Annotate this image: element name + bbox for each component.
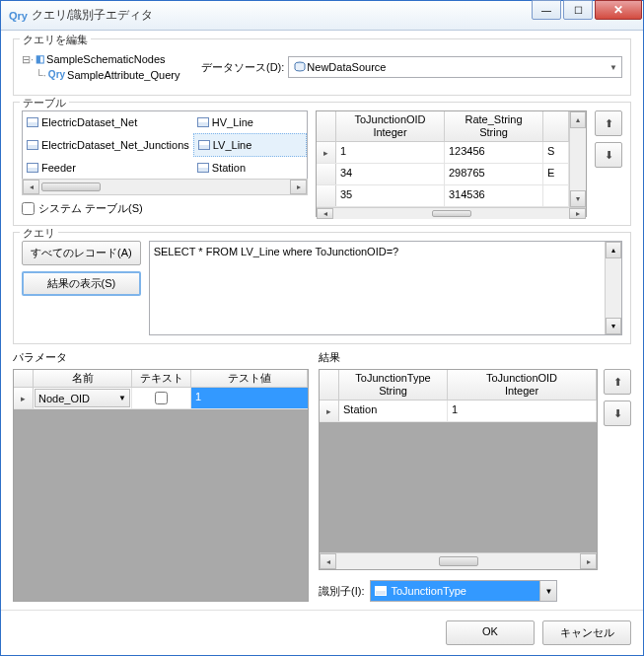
table-icon <box>27 117 38 127</box>
system-tables-checkbox[interactable] <box>22 202 35 215</box>
query-group: クエリ すべてのレコード(A) 結果の表示(S) SELECT * FROM L… <box>13 232 631 344</box>
move-up-button[interactable]: ⬆ <box>595 110 622 136</box>
sql-textarea[interactable]: SELECT * FROM LV_Line where ToJunctionOI… <box>149 241 622 335</box>
sql-text: SELECT * FROM LV_Line where ToJunctionOI… <box>154 246 399 257</box>
result-coltype-1: Integer <box>452 385 592 398</box>
row-selector-icon[interactable]: ▸ <box>320 401 339 421</box>
scroll-thumb[interactable] <box>439 556 478 566</box>
result-label: 結果 <box>319 350 631 365</box>
dialog-footer: OK キャンセル <box>1 610 643 655</box>
table-icon <box>197 117 209 127</box>
scroll-left-button[interactable]: ◂ <box>317 208 333 219</box>
table-row[interactable]: 35314536 <box>317 185 569 207</box>
close-button[interactable]: ✕ <box>595 0 642 20</box>
param-label: パラメータ <box>13 350 309 365</box>
grid-vscrollbar[interactable]: ▴ ▾ <box>569 111 586 207</box>
qry-icon: Qry <box>48 67 65 83</box>
col-header-1[interactable]: Rate_String <box>449 113 538 126</box>
datasource-select[interactable]: NewDataSource ▼ <box>288 56 622 78</box>
query-tree[interactable]: ⊟· ◧ SampleSchematicNodes └· Qry SampleA… <box>22 47 193 87</box>
titlebar: Qry クエリ/識別子エディタ — ☐ ✕ <box>1 1 643 31</box>
move-down-button[interactable]: ⬇ <box>595 142 622 168</box>
col-type-1: String <box>449 126 538 139</box>
param-name-select[interactable]: Node_OID ▼ <box>35 389 130 407</box>
query-editor-window: Qry クエリ/識別子エディタ — ☐ ✕ クエリを編集 ⊟· ◧ Sample… <box>0 0 644 656</box>
result-col-0[interactable]: ToJunctionType <box>343 372 443 385</box>
table-row[interactable]: 34298765E <box>317 164 569 185</box>
scroll-right-button[interactable]: ▸ <box>580 553 597 569</box>
param-col-testval[interactable]: テスト値 <box>191 370 308 387</box>
table-item[interactable]: LV_Line <box>193 133 307 157</box>
param-col-text[interactable]: テキスト <box>132 370 191 387</box>
minimize-button[interactable]: — <box>532 0 561 20</box>
dropdown-arrow-icon[interactable]: ▼ <box>539 581 556 601</box>
edit-query-label: クエリを編集 <box>20 33 91 47</box>
table-icon <box>198 140 210 150</box>
schematic-icon: ◧ <box>36 51 44 67</box>
param-text-checkbox[interactable] <box>155 392 168 404</box>
param-col-name[interactable]: 名前 <box>34 370 132 387</box>
move-up-button[interactable]: ⬆ <box>604 369 631 395</box>
system-tables-label: システム テーブル(S) <box>38 201 143 216</box>
scroll-up-button[interactable]: ▴ <box>570 111 586 128</box>
result-grid[interactable]: ToJunctionType String ToJunctionOID Inte… <box>319 369 598 570</box>
move-down-button[interactable]: ⬇ <box>604 401 631 426</box>
table-icon <box>375 586 387 596</box>
all-records-button[interactable]: すべてのレコード(A) <box>22 241 141 265</box>
show-results-button[interactable]: 結果の表示(S) <box>22 271 141 296</box>
scroll-thumb[interactable] <box>432 210 471 217</box>
scroll-down-button[interactable]: ▾ <box>570 190 586 207</box>
tree-root[interactable]: SampleSchematicNodes <box>46 51 165 67</box>
result-cell-1[interactable]: 1 <box>448 401 597 421</box>
table-row[interactable]: ▸1123456S <box>317 142 569 164</box>
datasource-value: NewDataSource <box>307 61 386 73</box>
table-list-scrollbar[interactable]: ◂ ▸ <box>22 179 308 195</box>
table-item[interactable]: ElectricDataset_Net_Junctions <box>23 133 193 157</box>
cancel-button[interactable]: キャンセル <box>542 620 631 645</box>
scroll-thumb[interactable] <box>41 182 101 191</box>
query-label: クエリ <box>20 226 58 241</box>
scroll-left-button[interactable]: ◂ <box>320 553 336 569</box>
result-coltype-0: String <box>343 385 443 398</box>
scroll-up-button[interactable]: ▴ <box>606 242 621 258</box>
row-selector-icon[interactable] <box>317 164 336 184</box>
col-header-0[interactable]: ToJunctionOID <box>340 113 440 126</box>
result-col-1[interactable]: ToJunctionOID <box>452 372 592 385</box>
param-grid[interactable]: 名前 テキスト テスト値 ▸ Node_OID ▼ <box>13 369 309 602</box>
table-icon <box>27 140 38 150</box>
row-selector-icon[interactable]: ▸ <box>14 388 34 408</box>
scroll-down-button[interactable]: ▾ <box>606 318 621 334</box>
scroll-right-button[interactable]: ▸ <box>290 180 307 194</box>
ok-button[interactable]: OK <box>446 620 535 645</box>
tables-data-grid[interactable]: ToJunctionOID Integer Rate_String String… <box>316 110 587 217</box>
identifier-select[interactable]: ToJunctionType ▼ <box>370 580 557 602</box>
col-type-0: Integer <box>340 126 440 139</box>
result-hscrollbar[interactable]: ◂ ▸ <box>320 552 597 569</box>
table-item[interactable]: Station <box>193 157 307 179</box>
grid-hscrollbar[interactable]: ◂ ▸ <box>317 207 586 219</box>
edit-query-group: クエリを編集 ⊟· ◧ SampleSchematicNodes └· Qry … <box>13 38 631 96</box>
scroll-right-button[interactable]: ▸ <box>569 208 586 219</box>
maximize-button[interactable]: ☐ <box>563 0 593 20</box>
window-title: クエリ/識別子エディタ <box>32 7 531 24</box>
identifier-label: 識別子(I): <box>319 584 364 599</box>
table-icon <box>197 163 209 173</box>
qry-icon: Qry <box>9 10 28 22</box>
row-selector-icon[interactable] <box>317 185 336 206</box>
result-cell-0[interactable]: Station <box>339 401 448 421</box>
tables-label: テーブル <box>20 96 69 110</box>
database-icon <box>293 61 307 73</box>
table-item[interactable]: HV_Line <box>193 111 307 133</box>
param-testvalue-cell[interactable]: 1 <box>191 388 308 408</box>
dropdown-arrow-icon: ▼ <box>609 63 617 72</box>
table-list[interactable]: ElectricDataset_NetHV_LineElectricDatase… <box>22 110 308 180</box>
tree-child[interactable]: SampleAttribute_Query <box>67 67 179 83</box>
datasource-label: データソース(D): <box>201 60 284 75</box>
row-selector-icon[interactable]: ▸ <box>317 142 336 163</box>
dropdown-arrow-icon: ▼ <box>118 394 126 402</box>
scroll-left-button[interactable]: ◂ <box>23 180 39 194</box>
table-item[interactable]: Feeder <box>23 157 193 179</box>
table-item[interactable]: ElectricDataset_Net <box>23 111 193 133</box>
tables-group: テーブル ElectricDataset_NetHV_LineElectricD… <box>13 102 631 226</box>
table-icon <box>27 163 38 173</box>
